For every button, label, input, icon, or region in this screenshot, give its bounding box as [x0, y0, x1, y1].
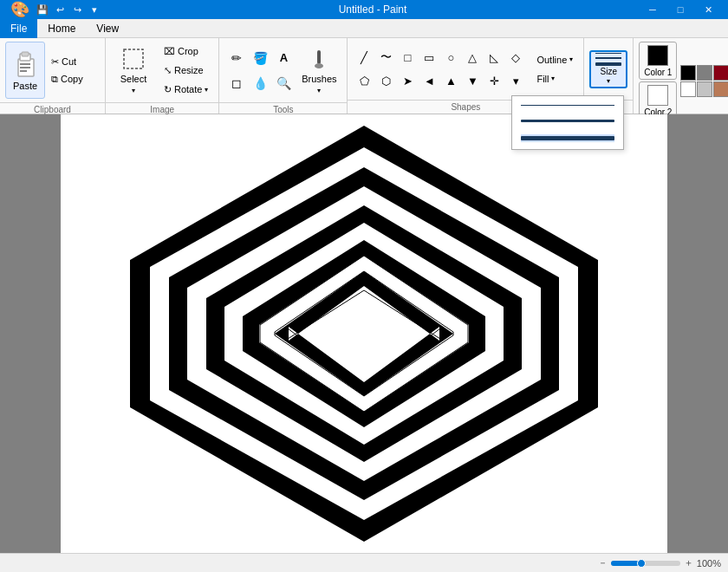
brushes-chevron: ▾	[317, 87, 321, 94]
cut-icon: ✂	[51, 56, 59, 68]
pencil-button[interactable]: ✏	[224, 46, 249, 70]
more-button[interactable]: ▾	[87, 2, 102, 17]
menu-home[interactable]: Home	[37, 19, 86, 38]
tools-section: ✏ 🪣 A ◻ 💧 🔍 Brushes ▾ Tools	[219, 38, 348, 114]
shape-right-arrow[interactable]: ➤	[396, 69, 419, 92]
eraser-button[interactable]: ◻	[224, 71, 249, 95]
size-dropdown	[511, 95, 624, 150]
magnify-button[interactable]: 🔍	[271, 71, 296, 95]
shape-ellipse[interactable]: ○	[439, 46, 462, 68]
brushes-label: Brushes	[302, 74, 336, 84]
shapes-content: ╱ 〜 □ ▭ ○ △ ◺ ◇ ⬠ ⬡ ➤ ◄ ▲ ▼ ✛ ▾	[348, 38, 583, 100]
color-cell-2[interactable]	[713, 65, 728, 81]
select-button[interactable]: Select ▾	[111, 42, 156, 99]
quick-access-toolbar: 🎨 💾 ↩ ↪ ▾	[7, 0, 106, 19]
image-content: Select ▾ ⌧ Crop ⤡ Resize ↻ Rotate ▾	[106, 38, 218, 102]
colors-content: Color 1 Color 2	[634, 38, 728, 123]
rotate-button[interactable]: ↻ Rotate ▾	[159, 81, 213, 98]
copy-button[interactable]: ⧉ Copy	[48, 71, 100, 87]
resize-label: Resize	[174, 65, 204, 75]
undo-button[interactable]: ↩	[52, 2, 68, 17]
rotate-icon: ↻	[164, 84, 172, 95]
resize-icon: ⤡	[164, 65, 172, 76]
cut-copy-buttons: ✂ Cut ⧉ Copy	[48, 54, 100, 87]
size-option-3[interactable]	[521, 134, 614, 142]
window-controls: ─ □ ✕	[640, 0, 721, 19]
window-title: Untitled - Paint	[106, 3, 640, 16]
shape-right-triangle[interactable]: ◺	[483, 46, 505, 68]
color2-swatch	[647, 85, 668, 106]
color-picker-button[interactable]: 💧	[248, 71, 272, 95]
paste-icon	[11, 50, 39, 78]
brushes-button[interactable]: Brushes ▾	[296, 42, 341, 99]
zoom-in-button[interactable]: ＋	[684, 556, 693, 569]
shape-hexagon[interactable]: ⬡	[374, 69, 397, 92]
canvas[interactable]	[61, 114, 667, 553]
zoom-slider[interactable]	[611, 561, 680, 566]
size-content: Size ▾	[584, 38, 633, 100]
canvas-area	[0, 114, 728, 553]
clipboard-section: Paste ✂ Cut ⧉ Copy Clipboard	[0, 38, 106, 114]
color-cell-11[interactable]	[697, 81, 712, 97]
fill-opt-button[interactable]: Fill ▾	[531, 70, 578, 88]
shape-diamond[interactable]: ◇	[504, 46, 527, 68]
shape-curve[interactable]: 〜	[374, 46, 397, 68]
color-cell-0[interactable]	[680, 65, 696, 81]
image-tools: ⌧ Crop ⤡ Resize ↻ Rotate ▾	[159, 42, 213, 98]
maximize-button[interactable]: □	[667, 0, 693, 19]
rotate-chevron: ▾	[205, 86, 208, 94]
crop-icon: ⌧	[164, 46, 175, 57]
cut-label: Cut	[62, 56, 76, 67]
shape-roundrect[interactable]: ▭	[418, 46, 440, 68]
size-button[interactable]: Size ▾	[589, 50, 627, 88]
clipboard-content: Paste ✂ Cut ⧉ Copy	[0, 38, 105, 102]
menu-file[interactable]: File	[0, 19, 37, 38]
save-button[interactable]: 💾	[35, 2, 50, 17]
text-button[interactable]: A	[271, 46, 296, 70]
minimize-button[interactable]: ─	[640, 0, 666, 19]
menu-bar: File Home View	[0, 19, 728, 38]
outline-button[interactable]: Outline ▾	[531, 51, 578, 68]
color-palette	[680, 65, 728, 97]
select-icon	[121, 47, 146, 71]
shape-rect[interactable]: □	[396, 46, 419, 68]
shape-line[interactable]: ╱	[353, 46, 375, 68]
zoom-controls: － ＋ 100%	[598, 556, 721, 569]
paste-button[interactable]: Paste	[5, 42, 45, 99]
color-cell-12[interactable]	[713, 81, 728, 97]
copy-icon: ⧉	[51, 74, 58, 85]
size-option-1[interactable]	[521, 103, 614, 107]
redo-button[interactable]: ↪	[69, 2, 85, 17]
size-chevron: ▾	[607, 77, 610, 85]
app-icon: 🎨	[10, 0, 29, 19]
svg-rect-4	[20, 67, 30, 68]
color-cell-10[interactable]	[680, 81, 696, 97]
color-cell-1[interactable]	[697, 65, 712, 81]
svg-rect-2	[22, 52, 29, 56]
artwork-svg	[61, 114, 667, 553]
shape-left-arrow[interactable]: ◄	[418, 69, 440, 92]
zoom-level: 100%	[697, 558, 721, 569]
color1-button[interactable]: Color 1	[639, 42, 677, 80]
fill-label: Fill	[536, 74, 549, 84]
cut-button[interactable]: ✂ Cut	[48, 54, 100, 69]
crop-button[interactable]: ⌧ Crop	[159, 42, 213, 60]
shape-triangle[interactable]: △	[461, 46, 484, 68]
title-bar: 🎨 💾 ↩ ↪ ▾ Untitled - Paint ─ □ ✕	[0, 0, 728, 19]
size-option-2[interactable]	[521, 118, 614, 124]
shape-up-arrow[interactable]: ▲	[439, 69, 462, 92]
menu-view[interactable]: View	[86, 19, 129, 38]
close-button[interactable]: ✕	[695, 0, 721, 19]
shape-pentagon[interactable]: ⬠	[353, 69, 375, 92]
shape-down-arrow[interactable]: ▼	[461, 69, 484, 92]
copy-label: Copy	[61, 74, 83, 84]
shape-scroll[interactable]: ▾	[504, 69, 527, 92]
tools-content: ✏ 🪣 A ◻ 💧 🔍 Brushes ▾	[219, 38, 347, 102]
shape-4way-arrow[interactable]: ✛	[483, 69, 505, 92]
zoom-out-button[interactable]: －	[598, 556, 608, 569]
fill-button[interactable]: 🪣	[248, 46, 272, 70]
resize-button[interactable]: ⤡ Resize	[159, 62, 213, 79]
outline-chevron: ▾	[569, 55, 573, 63]
size-label: Size	[601, 67, 617, 76]
rotate-label: Rotate	[174, 84, 202, 94]
